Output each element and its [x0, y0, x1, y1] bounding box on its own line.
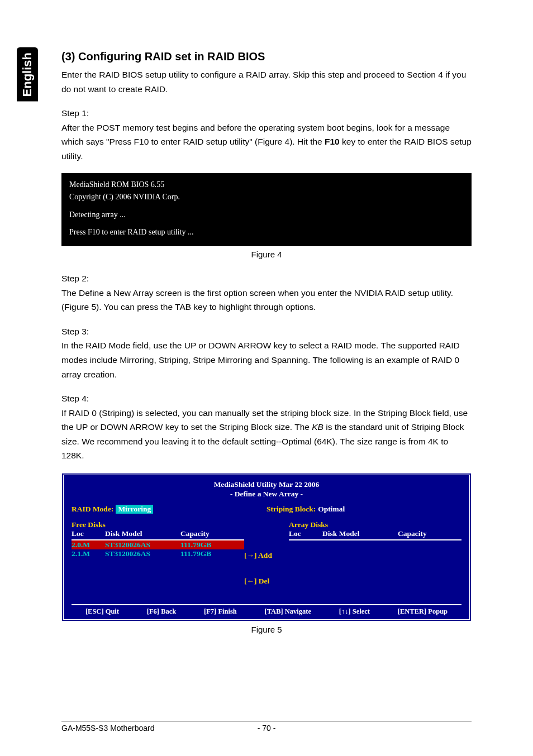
del-action[interactable]: [←] Del [244, 577, 269, 586]
disk-loc: 2.1.M [72, 549, 105, 558]
section-intro: Enter the RAID BIOS setup utility to con… [61, 68, 472, 96]
console-line: MediaShield ROM BIOS 6.55 [69, 179, 464, 191]
step3-label: Step 3: [61, 324, 472, 339]
disk-transfer-controls: [→] Add [←] Del [244, 520, 289, 601]
console-line: Copyright (C) 2006 NVIDIA Corp. [69, 191, 464, 203]
disk-row[interactable]: 2.1.M ST3120026AS 111.79GB [72, 549, 244, 558]
disk-row[interactable]: 2.0.M ST3120026AS 111.79GB [72, 540, 244, 549]
figure5-caption: Figure 5 [61, 625, 472, 634]
disk-model: ST3120026AS [105, 549, 180, 558]
free-disks-list[interactable]: 2.0.M ST3120026AS 111.79GB 2.1.M ST31200… [72, 539, 244, 601]
bios-title-line2: - Define a New Array - [72, 489, 461, 499]
disk-area: Free Disks Loc Disk Model Capacity 2.0.M… [72, 520, 461, 601]
quit-action[interactable]: [ESC] Quit [85, 607, 119, 616]
footer-right [275, 724, 472, 733]
step4-label: Step 4: [61, 391, 472, 406]
disk-header-row: Loc Disk Model Capacity [289, 529, 461, 538]
step1-text: After the POST memory test begins and be… [61, 121, 472, 164]
raid-mode-label: RAID Mode: [72, 505, 113, 514]
disk-cap: 111.79GB [180, 549, 242, 558]
disk-cap: 111.79GB [180, 540, 242, 549]
disk-header-row: Loc Disk Model Capacity [72, 529, 244, 538]
raid-mode-value: Mirroring [116, 505, 153, 514]
striping-block-field[interactable]: Striping Block: Optimal [266, 505, 461, 514]
page-content: (3) Configuring RAID set in RAID BIOS En… [0, 0, 533, 669]
finish-action[interactable]: [F7] Finish [204, 607, 237, 616]
bios-title-line1: MediaShield Utility Mar 22 2006 [72, 480, 461, 490]
disk-model: ST3120026AS [105, 540, 180, 549]
col-model-header: Disk Model [322, 529, 398, 538]
console-line: Detecting array ... [69, 209, 464, 221]
bios-footer: [ESC] Quit [F6] Back [F7] Finish [TAB] N… [72, 604, 461, 616]
array-disks-title: Array Disks [289, 520, 461, 529]
raid-mode-field[interactable]: RAID Mode: Mirroring [72, 505, 266, 514]
step1-label: Step 1: [61, 106, 472, 121]
free-disks-panel: Free Disks Loc Disk Model Capacity 2.0.M… [72, 520, 244, 601]
free-disks-title: Free Disks [72, 520, 244, 529]
col-cap-header: Capacity [180, 529, 242, 538]
col-loc-header: Loc [289, 529, 322, 538]
footer-left: GA-M55S-S3 Motherboard [61, 724, 258, 733]
disk-loc: 2.0.M [72, 540, 105, 549]
step2-text: The Define a New Array screen is the fir… [61, 286, 472, 314]
section-title: (3) Configuring RAID set in RAID BIOS [61, 50, 472, 63]
striping-block-label: Striping Block: [266, 505, 316, 514]
bios-options-row: RAID Mode: Mirroring Striping Block: Opt… [72, 505, 461, 514]
navigate-hint: [TAB] Navigate [265, 607, 311, 616]
back-action[interactable]: [F6] Back [147, 607, 176, 616]
step3-text: In the RAID Mode field, use the UP or DO… [61, 338, 472, 381]
bios-utility: MediaShield Utility Mar 22 2006 - Define… [61, 473, 472, 621]
col-loc-header: Loc [72, 529, 105, 538]
add-action[interactable]: [→] Add [244, 551, 272, 560]
step4-kb: KB [312, 422, 323, 432]
step2-label: Step 2: [61, 271, 472, 286]
col-cap-header: Capacity [398, 529, 459, 538]
col-model-header: Disk Model [105, 529, 180, 538]
figure4-caption: Figure 4 [61, 250, 472, 259]
bios-title: MediaShield Utility Mar 22 2006 - Define… [72, 480, 461, 499]
step4-text: If RAID 0 (Striping) is selected, you ca… [61, 406, 472, 463]
step1-key: F10 [325, 137, 340, 146]
console-output: MediaShield ROM BIOS 6.55 Copyright (C) … [61, 173, 472, 246]
console-line: Press F10 to enter RAID setup utility ..… [69, 226, 464, 238]
select-hint: [↑↓] Select [339, 607, 370, 616]
page-footer: GA-M55S-S3 Motherboard - 70 - [61, 721, 472, 733]
footer-page-number: - 70 - [258, 724, 276, 733]
array-disks-panel: Array Disks Loc Disk Model Capacity [289, 520, 461, 601]
striping-block-value: Optimal [318, 505, 345, 514]
popup-hint: [ENTER] Popup [398, 607, 448, 616]
array-disks-list[interactable] [289, 539, 461, 601]
